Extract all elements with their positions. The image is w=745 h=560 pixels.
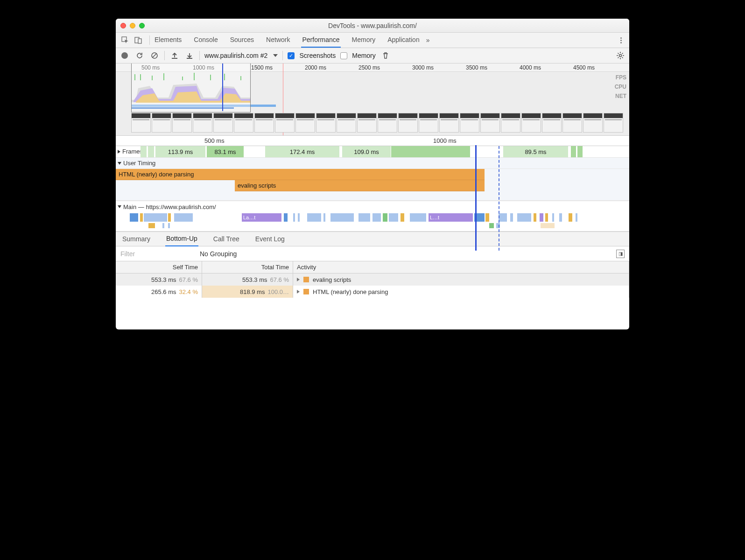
tab-network[interactable]: Network — [265, 33, 291, 48]
collapse-icon[interactable] — [118, 205, 121, 208]
screenshot-thumb[interactable] — [562, 113, 582, 133]
recording-select[interactable]: www.paulirish.com #2 — [204, 52, 278, 59]
overview-marker-blue — [222, 63, 223, 111]
screenshot-thumb[interactable] — [357, 113, 377, 133]
col-activity[interactable]: Activity — [293, 261, 629, 273]
panel-tabstrip: Elements Console Sources Network Perform… — [116, 33, 629, 48]
main-track[interactable]: Main — https://www.paulirish.com/ La…t L… — [116, 201, 629, 231]
screenshot-thumb[interactable] — [234, 113, 253, 133]
table-row[interactable]: 265.6 ms32.4 %818.9 ms100.0…HTML (nearly… — [116, 286, 629, 298]
main-flame-row-1[interactable]: La…t L…t — [130, 212, 629, 223]
expand-icon[interactable] — [118, 150, 120, 154]
user-timing-bar[interactable]: evaling scripts — [235, 180, 485, 191]
screenshot-thumb[interactable] — [398, 113, 418, 133]
garbage-collect-icon[interactable] — [380, 50, 391, 61]
frame-block[interactable]: 89.5 ms — [503, 146, 569, 157]
filter-input[interactable] — [120, 250, 190, 258]
frames-label: Frames — [122, 148, 143, 155]
screenshot-thumb[interactable] — [213, 113, 233, 133]
more-options-icon[interactable] — [616, 37, 626, 43]
grouping-select[interactable]: No Grouping — [200, 250, 251, 258]
save-profile-icon[interactable] — [184, 50, 195, 61]
main-flame-row-2[interactable] — [130, 223, 629, 229]
screenshot-thumb[interactable] — [378, 113, 397, 133]
tab-application[interactable]: Application — [387, 33, 421, 48]
col-total-time[interactable]: Total Time — [202, 261, 293, 273]
clear-button[interactable] — [149, 50, 160, 61]
user-timing-header[interactable]: User Timing — [116, 158, 629, 169]
details-filter-row: No Grouping ◨ — [116, 246, 629, 261]
tab-sources[interactable]: Sources — [229, 33, 255, 48]
screenshot-thumb[interactable] — [419, 113, 438, 133]
tab-elements[interactable]: Elements — [154, 33, 183, 48]
reload-button[interactable] — [134, 50, 145, 61]
screenshot-thumb[interactable] — [480, 113, 500, 133]
collapse-icon[interactable] — [118, 162, 121, 165]
perf-toolbar: www.paulirish.com #2 ✓ Screenshots Memor… — [116, 48, 629, 63]
tabs-overflow-icon[interactable]: » — [425, 33, 431, 47]
overview-selection[interactable] — [131, 63, 251, 112]
screenshot-thumb[interactable] — [172, 113, 192, 133]
table-row[interactable]: 553.3 ms67.6 %553.3 ms67.6 %evaling scri… — [116, 273, 629, 286]
screenshot-thumb[interactable] — [583, 113, 603, 133]
screenshot-thumb[interactable] — [131, 113, 151, 133]
panel-tabs: Elements Console Sources Network Perform… — [154, 33, 421, 48]
screenshots-checkbox[interactable]: ✓ — [288, 52, 295, 59]
dashed-marker — [499, 146, 499, 251]
dtab-summary[interactable]: Summary — [121, 232, 151, 246]
titlebar: DevTools - www.paulirish.com/ — [116, 19, 629, 33]
tab-performance[interactable]: Performance — [301, 33, 340, 48]
overview-screenshots — [131, 113, 629, 135]
dtab-bottom-up[interactable]: Bottom-Up — [165, 231, 198, 246]
screenshot-thumb[interactable] — [501, 113, 520, 133]
memory-label: Memory — [352, 52, 376, 59]
toggle-sidebar-icon[interactable]: ◨ — [616, 250, 625, 258]
frame-block[interactable]: 113.9 ms — [155, 146, 206, 157]
frame-block[interactable] — [141, 146, 147, 157]
dtab-call-tree[interactable]: Call Tree — [212, 232, 240, 246]
details-table-header: Self Time Total Time Activity — [116, 261, 629, 273]
screenshot-thumb[interactable] — [521, 113, 541, 133]
screenshots-label: Screenshots — [299, 52, 336, 59]
frame-block[interactable]: 172.4 ms — [265, 146, 340, 157]
zoom-icon[interactable] — [139, 23, 145, 28]
screenshot-thumb[interactable] — [254, 113, 274, 133]
tab-memory[interactable]: Memory — [351, 33, 377, 48]
screenshot-thumb[interactable] — [460, 113, 479, 133]
frame-block[interactable] — [148, 146, 155, 157]
tab-console[interactable]: Console — [193, 33, 218, 48]
frame-block[interactable] — [391, 146, 471, 157]
screenshot-thumb[interactable] — [439, 113, 459, 133]
close-icon[interactable] — [120, 23, 126, 28]
inspect-element-icon[interactable] — [119, 35, 131, 46]
main-header[interactable]: Main — https://www.paulirish.com/ — [116, 201, 629, 212]
frame-block[interactable] — [577, 146, 583, 157]
frame-block[interactable] — [571, 146, 576, 157]
device-toolbar-icon[interactable] — [133, 35, 144, 46]
frames-track[interactable]: Frames 113.9 ms83.1 ms172.4 ms109.0 ms89… — [116, 146, 629, 158]
ov-tick: 4000 ms — [520, 64, 541, 71]
frame-block[interactable]: 109.0 ms — [342, 146, 391, 157]
ruler-tick: 1000 ms — [433, 137, 457, 144]
record-button[interactable] — [119, 50, 130, 61]
screenshot-thumb[interactable] — [316, 113, 336, 133]
user-timing-bar[interactable]: HTML (nearly) done parsing — [116, 169, 485, 180]
timeline-overview[interactable]: 500 ms 1000 ms 1500 ms 2000 ms 2500 ms 3… — [116, 63, 629, 136]
col-self-time[interactable]: Self Time — [116, 261, 202, 273]
screenshot-thumb[interactable] — [337, 113, 356, 133]
screenshot-thumb[interactable] — [275, 113, 295, 133]
svg-line-4 — [153, 54, 156, 57]
load-profile-icon[interactable] — [169, 50, 180, 61]
settings-icon[interactable] — [615, 50, 626, 61]
frame-block[interactable]: 83.1 ms — [207, 146, 244, 157]
screenshot-thumb[interactable] — [542, 113, 562, 133]
detail-ruler[interactable]: 500 ms 1000 ms ··· — [116, 136, 629, 146]
minimize-icon[interactable] — [130, 23, 135, 28]
dtab-event-log[interactable]: Event Log — [254, 232, 286, 246]
screenshot-thumb[interactable] — [295, 113, 315, 133]
screenshot-thumb[interactable] — [604, 113, 623, 133]
memory-checkbox[interactable] — [340, 52, 347, 59]
screenshot-thumb[interactable] — [193, 113, 212, 133]
user-timing-track[interactable]: User Timing HTML (nearly) done parsingev… — [116, 158, 629, 201]
screenshot-thumb[interactable] — [152, 113, 171, 133]
